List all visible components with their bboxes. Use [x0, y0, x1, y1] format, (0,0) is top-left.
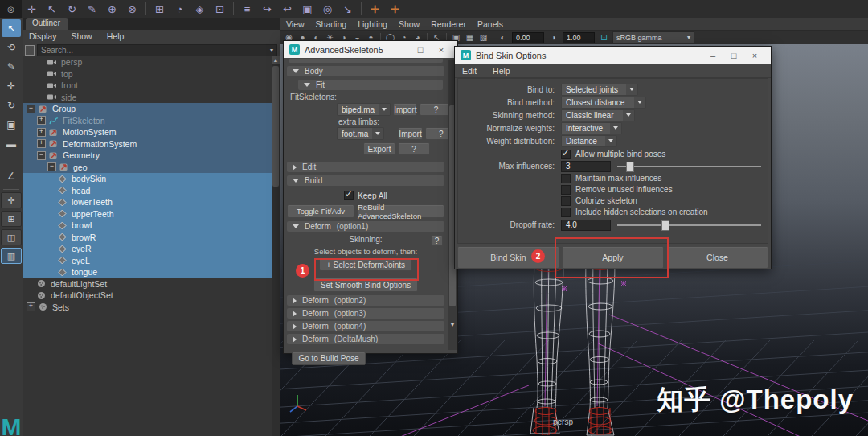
- section-deform-option4[interactable]: Deform(option4): [287, 321, 444, 331]
- section-body[interactable]: Body: [287, 66, 444, 76]
- layout-four-pane-button[interactable]: ⊞: [1, 211, 22, 227]
- advancedskeleton-titlebar[interactable]: M AdvancedSkeleton5 – □ ×: [284, 41, 457, 58]
- viewport-menu-view[interactable]: View: [286, 19, 305, 29]
- outliner-item-browR[interactable]: browR: [23, 232, 272, 244]
- import-extra-limb-button[interactable]: Import: [398, 127, 422, 140]
- search-dropdown-icon[interactable]: ▾: [270, 47, 273, 54]
- checker-icon[interactable]: ▨: [477, 33, 490, 42]
- outliner-item-Geometry[interactable]: −Geometry: [23, 150, 272, 162]
- outliner-menu-help[interactable]: Help: [107, 31, 125, 41]
- viewport-menu-panels[interactable]: Panels: [477, 19, 503, 29]
- import-fitskeleton-button[interactable]: Import: [393, 103, 417, 116]
- snap-grid-icon[interactable]: ⊞: [149, 3, 170, 15]
- close-dialog-button[interactable]: Close: [666, 246, 768, 269]
- section-deform-option3[interactable]: Deform(option3): [287, 308, 444, 319]
- viewport-menu-show[interactable]: Show: [399, 19, 420, 29]
- viewport-menu-renderer[interactable]: Renderer: [431, 19, 466, 29]
- skeleton-icon[interactable]: ⊗: [122, 3, 142, 15]
- outliner-item-browL[interactable]: browL: [23, 220, 272, 232]
- outliner-item-tongue[interactable]: tongue: [23, 266, 272, 278]
- maintain-max-influences-checkbox[interactable]: [561, 174, 571, 183]
- minimize-button[interactable]: –: [702, 51, 723, 60]
- toggle-fit-adv-button[interactable]: Toggle Fit/Adv: [287, 204, 354, 218]
- colorize-skeleton-checkbox[interactable]: [561, 196, 571, 206]
- help-skinning-button[interactable]: ?: [431, 235, 443, 246]
- fitskeleton-file-select[interactable]: biped.ma: [337, 103, 391, 116]
- outliner-item-eyeR[interactable]: eyeR: [23, 243, 272, 255]
- help-fitskeleton-button[interactable]: ?: [420, 103, 452, 116]
- skinning-method-select[interactable]: Classic linear: [561, 109, 635, 121]
- scroll-up-icon[interactable]: ▲: [272, 56, 280, 64]
- bind-method-select[interactable]: Closest distance: [561, 97, 646, 109]
- help-export-button[interactable]: ?: [398, 142, 430, 155]
- outliner-item-eyeL[interactable]: eyeL: [23, 255, 272, 267]
- outliner-item-front[interactable]: front: [23, 80, 272, 92]
- rotate-view-icon[interactable]: ↻: [62, 3, 82, 15]
- outliner-tab[interactable]: Outliner: [26, 18, 68, 30]
- outliner-menu-show[interactable]: Show: [71, 31, 92, 41]
- lasso-tool[interactable]: ⟲: [2, 39, 21, 56]
- scale-tool[interactable]: ▣: [2, 116, 21, 134]
- sequence-icon[interactable]: ▦: [463, 33, 477, 42]
- add-attribute-icon[interactable]: ✛: [365, 3, 385, 15]
- outliner-item-Sets[interactable]: +Sets: [23, 302, 272, 314]
- construction-history-icon[interactable]: ▣: [297, 3, 317, 15]
- viewport-menu-lighting[interactable]: Lighting: [358, 19, 387, 29]
- move-tool[interactable]: ✛: [2, 77, 21, 95]
- paint-select-tool[interactable]: ✎: [2, 58, 21, 76]
- outliner-item-defaultLightSet[interactable]: defaultLightSet: [23, 278, 272, 290]
- extra-limb-file-select[interactable]: foot.ma: [337, 127, 384, 140]
- outliner-item-top[interactable]: top: [23, 68, 272, 80]
- layout-outliner-persp-button[interactable]: ▥: [1, 248, 22, 264]
- collapse-icon[interactable]: −: [47, 162, 56, 171]
- expand-icon[interactable]: +: [27, 302, 35, 311]
- outliner-item-persp[interactable]: persp: [23, 56, 272, 68]
- rotate-tool[interactable]: ↻: [2, 97, 21, 114]
- select-tool[interactable]: ↖: [2, 19, 21, 37]
- marquee-tool[interactable]: ▬: [2, 135, 21, 153]
- include-hidden-selections-on-creation-checkbox[interactable]: [561, 208, 571, 217]
- outliner-menu-display[interactable]: Display: [29, 31, 56, 41]
- lasso-select-icon[interactable]: ✎: [82, 3, 102, 15]
- snap-curve-icon[interactable]: ◔: [170, 3, 190, 15]
- bind-to-select[interactable]: Selected joints: [561, 84, 638, 96]
- move-tool-icon[interactable]: ✛: [22, 3, 42, 15]
- bind-dialog-menu-edit[interactable]: Edit: [462, 66, 477, 76]
- select-cursor-icon[interactable]: ↖: [42, 3, 62, 15]
- section-deform-option1[interactable]: Deform(option1): [287, 221, 444, 232]
- outliner-item-Group[interactable]: −Group: [23, 103, 272, 115]
- bind-dialog-menu-help[interactable]: Help: [493, 66, 510, 76]
- joint-angle-tool[interactable]: ∠: [2, 167, 21, 185]
- exposure-icon[interactable]: ◐: [496, 33, 510, 42]
- outliner-item-MotionSystem[interactable]: +MotionSystem: [23, 126, 272, 138]
- output-connection-icon[interactable]: ↩: [277, 3, 297, 15]
- rebuild-advancedskeleton-button[interactable]: ReBuild AdvancedSkeleton: [357, 204, 444, 218]
- outliner-search-input[interactable]: Search... ▾: [37, 44, 277, 56]
- make-live-icon[interactable]: ≡: [237, 3, 257, 15]
- maximize-button[interactable]: □: [410, 45, 431, 55]
- outliner-scrollbar[interactable]: ▲: [272, 56, 280, 436]
- bind-skin-titlebar[interactable]: M Bind Skin Options – □ ×: [455, 47, 771, 64]
- outliner-item-defaultObjectSet[interactable]: defaultObjectSet: [23, 290, 272, 302]
- origin-icon[interactable]: ◎: [0, 0, 22, 18]
- keep-all-checkbox[interactable]: [344, 191, 354, 200]
- layout-two-pane-button[interactable]: ◫: [1, 229, 22, 245]
- export-button[interactable]: Export: [363, 142, 395, 155]
- outliner-item-head[interactable]: head: [23, 185, 272, 197]
- section-fit[interactable]: Fit: [298, 80, 443, 90]
- slider-handle[interactable]: [626, 162, 634, 172]
- view-transform-select[interactable]: sRGB gamma▾: [612, 31, 694, 43]
- scroll-down-icon[interactable]: ▼: [448, 321, 457, 329]
- color-management-icon[interactable]: ⊡: [597, 33, 611, 42]
- add-attribute-2-icon[interactable]: ✛: [385, 3, 405, 15]
- exposure-field[interactable]: 0.00: [512, 32, 544, 43]
- outliner-item-lowerTeeth[interactable]: lowerTeeth: [23, 196, 272, 208]
- expand-icon[interactable]: +: [37, 128, 46, 137]
- input-connection-icon[interactable]: ↪: [257, 3, 277, 15]
- outliner-item-DeformationSystem[interactable]: +DeformationSystem: [23, 138, 272, 150]
- outliner-item-upperTeeth[interactable]: upperTeeth: [23, 208, 272, 220]
- render-target-icon[interactable]: ◎: [317, 3, 338, 15]
- section-deform-DeltaMush[interactable]: Deform(DeltaMush): [287, 334, 444, 344]
- pane-navigation-button[interactable]: ✛: [1, 192, 22, 208]
- outliner-item-FitSkeleton[interactable]: +FitSkeleton: [23, 115, 272, 127]
